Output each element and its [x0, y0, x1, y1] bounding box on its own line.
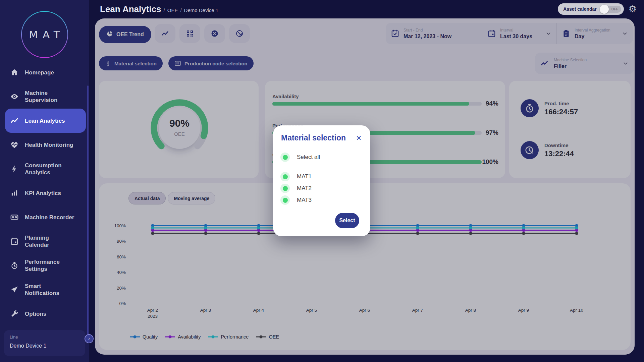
modal-title: Material selection [281, 133, 346, 142]
asset-calendar-label: Asset calendar [563, 6, 597, 12]
material-option-mat1[interactable]: MAT1 [280, 172, 363, 181]
sidebar-item-lean-analytics[interactable]: Lean Analytics [5, 109, 86, 133]
radio-selected-icon[interactable] [280, 172, 290, 181]
sidebar: MAT HomepageMachine SupervisionLean Anal… [0, 0, 89, 362]
trend-icon [9, 116, 19, 125]
material-option-label: MAT1 [297, 173, 312, 180]
material-option-label: Select all [297, 154, 320, 161]
sidebar-item-label: Machine Supervision [25, 89, 57, 104]
home-icon [9, 68, 19, 77]
wrench-icon [9, 309, 19, 318]
header: Lean Analytics / OEE / Demo Device 1 Ass… [89, 0, 644, 18]
breadcrumb-oee[interactable]: OEE [167, 7, 178, 13]
line-device-name: Demo Device 1 [10, 343, 79, 349]
stopwatch-icon [9, 261, 19, 270]
heart-icon [9, 140, 19, 149]
close-icon[interactable]: ✕ [355, 134, 362, 142]
sidebar-item-label: KPI Analytics [25, 190, 61, 197]
sidebar-item-machine-supervision[interactable]: Machine Supervision [5, 84, 86, 109]
sidebar-collapse-button[interactable]: ‹ [85, 334, 94, 343]
sidebar-item-homepage[interactable]: Homepage [5, 60, 86, 84]
radio-selected-icon[interactable] [280, 184, 290, 193]
settings-gear-icon[interactable]: ⚙ [629, 5, 637, 14]
sidebar-item-label: Homepage [25, 69, 54, 76]
modal-options: Select allMAT1MAT2MAT3 [280, 153, 363, 207]
sidebar-item-label: Health Monitoring [25, 141, 73, 148]
sidebar-item-label: Smart Notifications [25, 283, 59, 297]
sidebar-item-consumption-analytics[interactable]: Consumption Analytics [5, 157, 86, 181]
sidebar-item-label: Machine Recorder [25, 214, 74, 221]
send-icon [9, 285, 19, 294]
calendar-icon [9, 237, 19, 246]
bolt-icon [9, 165, 19, 173]
sidebar-item-label: Planning Calendar [25, 234, 49, 248]
sidebar-item-kpi-analytics[interactable]: KPI Analytics [5, 181, 86, 205]
sidebar-item-smart-notifications[interactable]: Smart Notifications [5, 278, 86, 302]
material-option-mat3[interactable]: MAT3 [280, 195, 363, 205]
material-option-mat2[interactable]: MAT2 [280, 184, 363, 193]
line-device-card[interactable]: Line Demo Device 1 [4, 330, 85, 356]
sidebar-item-performance-settings[interactable]: Performance Settings [5, 253, 86, 278]
select-button[interactable]: Select [335, 213, 359, 228]
sidebar-item-options[interactable]: Options [5, 302, 86, 326]
brand-logo-text: MAT [29, 28, 64, 41]
material-option-select-all[interactable]: Select all [280, 153, 363, 162]
breadcrumb-separator: / [164, 7, 165, 13]
toggle-knob[interactable] [600, 5, 609, 14]
material-option-label: MAT3 [297, 197, 312, 203]
breadcrumb-separator: / [180, 7, 181, 13]
sidebar-item-label: Lean Analytics [25, 117, 65, 124]
asset-calendar-toggle[interactable]: OFF [600, 6, 621, 13]
sidebar-item-label: Options [25, 310, 46, 317]
sidebar-scrollbar[interactable] [87, 85, 89, 340]
material-option-label: MAT2 [297, 185, 312, 192]
recorder-icon [9, 213, 19, 222]
material-selection-modal: Material selection ✕ Select allMAT1MAT2M… [273, 125, 370, 236]
page-title: Lean Analytics [100, 4, 161, 14]
sidebar-item-label: Performance Settings [25, 258, 60, 273]
asset-calendar-toggle-pill[interactable]: Asset calendar OFF [558, 3, 624, 15]
bars-icon [9, 189, 19, 197]
breadcrumb: Lean Analytics / OEE / Demo Device 1 [100, 4, 218, 14]
sidebar-item-planning-calendar[interactable]: Planning Calendar [5, 229, 86, 253]
sidebar-item-label: Consumption Analytics [25, 162, 62, 176]
radio-selected-icon[interactable] [280, 195, 290, 205]
radio-selected-icon[interactable] [280, 153, 290, 162]
eye-icon [9, 92, 19, 101]
sidebar-item-machine-recorder[interactable]: Machine Recorder [5, 205, 86, 229]
toggle-state-label: OFF [611, 7, 618, 11]
breadcrumb-device[interactable]: Demo Device 1 [184, 7, 219, 13]
brand-logo: MAT [21, 11, 68, 58]
sidebar-nav: HomepageMachine SupervisionLean Analytic… [0, 60, 89, 326]
sidebar-item-health-monitoring[interactable]: Health Monitoring [5, 133, 86, 157]
line-label: Line [10, 335, 79, 340]
